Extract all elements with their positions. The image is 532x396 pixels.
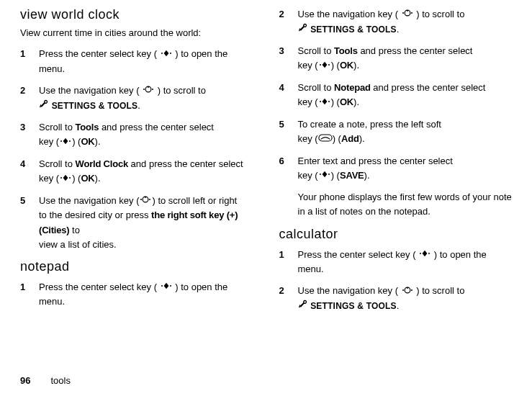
text: to xyxy=(69,225,79,235)
text: Press the center select key ( xyxy=(39,282,157,292)
text: ). xyxy=(353,96,359,107)
step-body: Use the navigation key ( ) to scroll to … xyxy=(298,7,513,37)
step-number: 2 xyxy=(279,284,298,313)
step-number: 2 xyxy=(279,7,298,37)
heading-view-world-clock: view world clock xyxy=(20,7,253,22)
text: and press the center select xyxy=(99,122,214,132)
step-body: Enter text and press the center select k… xyxy=(298,154,513,220)
center-select-icon xyxy=(59,135,72,150)
step-item: 3 Scroll to Tools and press the center s… xyxy=(20,120,253,150)
page-footer: 96 tools xyxy=(20,375,71,386)
result-text: Your phone displays the first few words … xyxy=(298,190,513,219)
step-number: 3 xyxy=(20,120,39,150)
step-number: 1 xyxy=(20,47,39,76)
step-body: Use the navigation key ( ) to scroll to … xyxy=(298,284,513,313)
text: menu. xyxy=(298,264,324,274)
text: ). xyxy=(95,173,101,184)
step-number: 1 xyxy=(20,280,39,310)
bold-text: SAVE xyxy=(340,170,364,181)
step-number: 4 xyxy=(279,81,298,110)
text: ) ( xyxy=(333,133,341,144)
center-select-icon xyxy=(160,280,173,294)
center-select-icon xyxy=(418,248,431,262)
heading-calculator: calculator xyxy=(279,227,513,242)
text: menu. xyxy=(39,63,65,74)
bold-text: Notepad xyxy=(334,82,371,93)
text: key ( xyxy=(39,136,59,147)
bold-text: Tools xyxy=(334,45,358,56)
text: ). xyxy=(95,136,101,147)
text: key ( xyxy=(39,173,59,184)
step-body: Press the center select key ( ) to open … xyxy=(39,47,253,76)
text: ) to scroll left or right xyxy=(152,195,237,206)
text: Press the center select key ( xyxy=(298,249,416,260)
softkey-icon xyxy=(318,132,333,146)
step-item: 6 Enter text and press the center select… xyxy=(279,154,513,220)
text: key ( xyxy=(298,60,318,71)
bold-text: OK xyxy=(81,173,94,184)
text: Press the center select key ( xyxy=(39,48,157,59)
center-select-icon xyxy=(59,172,72,186)
text: ) ( xyxy=(331,60,340,71)
text: ) to open the xyxy=(175,48,227,59)
step-item: 1 Press the center select key ( ) to ope… xyxy=(279,248,513,277)
text: Scroll to xyxy=(298,45,335,56)
text: Use the navigation key ( xyxy=(39,195,139,206)
bold-text: Tools xyxy=(76,122,99,132)
menu-name: SETTINGS & TOOLS xyxy=(310,24,397,35)
step-body: To create a note, press the left soft ke… xyxy=(298,117,513,147)
text: key ( xyxy=(298,170,318,181)
bold-text: Add xyxy=(341,133,359,144)
text: To create a note, press the left soft xyxy=(298,119,441,130)
text: ). xyxy=(364,170,370,181)
text: Use the navigation key ( xyxy=(298,9,398,19)
text: and press the center select xyxy=(371,82,486,93)
menu-name: SETTINGS & TOOLS xyxy=(310,301,397,311)
text: ) to scroll to xyxy=(416,9,464,19)
step-item: 4 Scroll to World Clock and press the ce… xyxy=(20,157,253,186)
step-body: Scroll to Tools and press the center sel… xyxy=(39,120,253,150)
step-item: 3 Scroll to Tools and press the center s… xyxy=(279,44,513,73)
step-body: Use the navigation key () to scroll left… xyxy=(39,194,253,252)
text: . xyxy=(397,24,400,35)
menu-name: SETTINGS & TOOLS xyxy=(52,101,138,111)
center-select-icon xyxy=(318,96,331,110)
text: key ( xyxy=(298,96,318,107)
text: ). xyxy=(359,133,365,144)
wrench-icon xyxy=(298,22,308,37)
step-item: 4 Scroll to Notepad and press the center… xyxy=(279,81,513,110)
bold-text: World Clock xyxy=(76,158,128,169)
step-item: 5 To create a note, press the left soft … xyxy=(279,117,513,147)
text: Scroll to xyxy=(39,158,76,169)
text: ). xyxy=(353,60,359,71)
text: Use the navigation key ( xyxy=(39,85,139,96)
step-body: Scroll to Notepad and press the center s… xyxy=(298,81,513,110)
step-item: 2 Use the navigation key ( ) to scroll t… xyxy=(20,84,253,113)
navigation-key-icon xyxy=(139,194,152,208)
text: ) ( xyxy=(72,136,81,147)
text: Use the navigation key ( xyxy=(298,285,398,296)
text: ) to scroll to xyxy=(416,285,464,296)
intro-text: View current time in cities around the w… xyxy=(20,27,253,40)
text: and press the center select xyxy=(128,158,243,169)
center-select-icon xyxy=(318,59,331,73)
text: menu. xyxy=(39,296,65,307)
center-select-icon xyxy=(160,48,173,62)
footer-section: tools xyxy=(50,375,70,386)
text: to the desired city or press xyxy=(39,210,151,220)
text: ) ( xyxy=(331,96,340,107)
text: ) ( xyxy=(331,170,340,181)
heading-notepad: notepad xyxy=(20,259,253,274)
step-number: 2 xyxy=(20,84,39,113)
text: and press the center select xyxy=(358,45,473,56)
step-item: 1 Press the center select key ( ) to ope… xyxy=(20,280,253,310)
step-body: Press the center select key ( ) to open … xyxy=(39,280,253,310)
navigation-key-icon xyxy=(142,84,155,98)
step-number: 5 xyxy=(20,194,39,252)
text: ) ( xyxy=(72,173,81,184)
step-body: Scroll to World Clock and press the cent… xyxy=(39,157,253,186)
step-number: 1 xyxy=(279,248,298,277)
step-body: Press the center select key ( ) to open … xyxy=(298,248,513,277)
navigation-key-icon xyxy=(401,284,414,299)
wrench-icon xyxy=(39,99,49,113)
